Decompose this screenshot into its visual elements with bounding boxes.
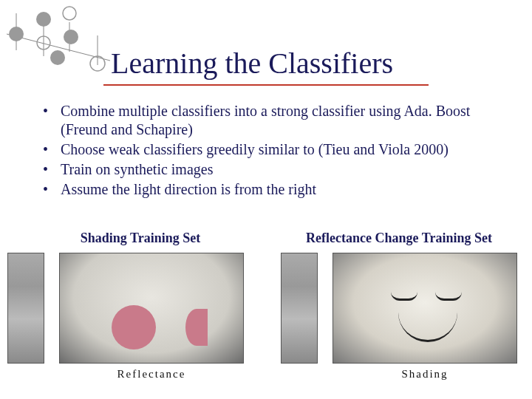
svg-point-11: [63, 7, 76, 20]
bullet-list: Combine multiple classifiers into a stro…: [43, 102, 494, 200]
bullet-item: Choose weak classifiers greedily similar…: [43, 140, 494, 159]
svg-point-5: [9, 27, 24, 41]
caption-shading-set: Shading Training Set: [0, 231, 266, 246]
training-images-row: Reflectance Shading: [0, 253, 532, 386]
svg-point-6: [36, 12, 51, 27]
image-label-shading: Shading: [401, 368, 448, 381]
reflectance-sample-pillow: [332, 253, 517, 364]
image-label-reflectance: Reflectance: [117, 368, 186, 381]
bullet-item: Assume the light direction is from the r…: [43, 180, 494, 199]
shading-sample-pillow: [59, 253, 244, 364]
svg-point-8: [64, 30, 78, 44]
shading-sample-strip: [7, 253, 44, 364]
bullet-item: Train on synthetic images: [43, 160, 494, 179]
slide-title: Learning the Classifiers: [111, 46, 393, 81]
reflectance-sample-strip: [281, 253, 318, 364]
svg-point-7: [50, 50, 65, 65]
bullet-item: Combine multiple classifiers into a stro…: [43, 102, 494, 139]
title-underline: [103, 84, 429, 86]
caption-reflectance-set: Reflectance Change Training Set: [266, 231, 532, 246]
corner-decoration: [3, 6, 114, 72]
